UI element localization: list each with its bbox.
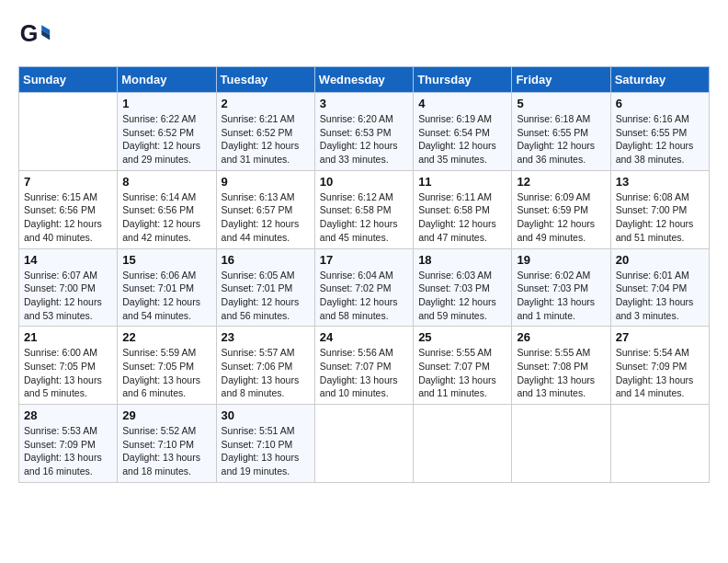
weekday-header-wednesday: Wednesday: [314, 67, 413, 93]
day-info: Sunrise: 5:59 AM Sunset: 7:05 PM Dayligh…: [122, 346, 210, 400]
calendar-cell: 8Sunrise: 6:14 AM Sunset: 6:56 PM Daylig…: [118, 170, 216, 248]
day-info: Sunrise: 6:13 AM Sunset: 6:57 PM Dayligh…: [222, 190, 310, 245]
calendar-cell: 27Sunrise: 5:54 AM Sunset: 7:09 PM Dayli…: [610, 327, 709, 405]
calendar-cell: 7Sunrise: 6:15 AM Sunset: 6:56 PM Daylig…: [19, 170, 118, 248]
calendar-cell: 30Sunrise: 5:51 AM Sunset: 7:10 PM Dayli…: [216, 405, 314, 483]
logo-icon: G: [18, 18, 51, 52]
calendar-cell: 16Sunrise: 6:05 AM Sunset: 7:01 PM Dayli…: [216, 248, 314, 327]
day-number: 15: [122, 253, 210, 267]
day-info: Sunrise: 6:04 AM Sunset: 7:02 PM Dayligh…: [320, 269, 408, 323]
calendar-cell: 12Sunrise: 6:09 AM Sunset: 6:59 PM Dayli…: [512, 170, 610, 248]
day-info: Sunrise: 6:07 AM Sunset: 7:00 PM Dayligh…: [24, 269, 112, 323]
day-info: Sunrise: 6:14 AM Sunset: 6:56 PM Dayligh…: [122, 190, 210, 245]
calendar-cell: 14Sunrise: 6:07 AM Sunset: 7:00 PM Dayli…: [19, 248, 118, 327]
header-row: SundayMondayTuesdayWednesdayThursdayFrid…: [19, 67, 710, 93]
weekday-header-tuesday: Tuesday: [216, 67, 314, 93]
day-info: Sunrise: 6:01 AM Sunset: 7:04 PM Dayligh…: [616, 269, 704, 323]
calendar-cell: 10Sunrise: 6:12 AM Sunset: 6:58 PM Dayli…: [314, 170, 413, 248]
calendar-cell: 4Sunrise: 6:19 AM Sunset: 6:54 PM Daylig…: [414, 93, 512, 171]
day-info: Sunrise: 5:55 AM Sunset: 7:07 PM Dayligh…: [418, 346, 506, 400]
day-number: 21: [24, 330, 112, 344]
day-number: 30: [222, 408, 310, 422]
day-number: 16: [222, 253, 310, 267]
calendar-cell: 15Sunrise: 6:06 AM Sunset: 7:01 PM Dayli…: [118, 248, 216, 327]
calendar-cell: 26Sunrise: 5:55 AM Sunset: 7:08 PM Dayli…: [512, 327, 610, 405]
calendar-cell: 1Sunrise: 6:22 AM Sunset: 6:52 PM Daylig…: [118, 93, 216, 171]
weekday-header-thursday: Thursday: [414, 67, 512, 93]
day-info: Sunrise: 6:16 AM Sunset: 6:55 PM Dayligh…: [616, 112, 704, 167]
calendar-table: SundayMondayTuesdayWednesdayThursdayFrid…: [18, 66, 710, 483]
calendar-body: 1Sunrise: 6:22 AM Sunset: 6:52 PM Daylig…: [19, 93, 710, 483]
calendar-cell: [610, 405, 709, 483]
day-info: Sunrise: 6:12 AM Sunset: 6:58 PM Dayligh…: [320, 190, 408, 245]
calendar-cell: 6Sunrise: 6:16 AM Sunset: 6:55 PM Daylig…: [610, 93, 709, 171]
day-info: Sunrise: 5:55 AM Sunset: 7:08 PM Dayligh…: [517, 346, 605, 400]
calendar-cell: 23Sunrise: 5:57 AM Sunset: 7:06 PM Dayli…: [216, 327, 314, 405]
day-number: 8: [122, 175, 210, 189]
calendar-cell: 22Sunrise: 5:59 AM Sunset: 7:05 PM Dayli…: [118, 327, 216, 405]
day-number: 5: [517, 97, 605, 110]
day-info: Sunrise: 6:03 AM Sunset: 7:03 PM Dayligh…: [418, 269, 506, 323]
day-info: Sunrise: 6:00 AM Sunset: 7:05 PM Dayligh…: [24, 346, 112, 400]
week-row-3: 14Sunrise: 6:07 AM Sunset: 7:00 PM Dayli…: [19, 248, 710, 327]
day-info: Sunrise: 5:57 AM Sunset: 7:06 PM Dayligh…: [222, 346, 310, 400]
day-number: 25: [418, 330, 506, 344]
calendar-cell: [314, 405, 413, 483]
calendar-cell: 13Sunrise: 6:08 AM Sunset: 7:00 PM Dayli…: [610, 170, 709, 248]
weekday-header-sunday: Sunday: [19, 67, 118, 93]
day-number: 4: [418, 97, 506, 110]
day-info: Sunrise: 6:08 AM Sunset: 7:00 PM Dayligh…: [616, 190, 704, 245]
day-number: 27: [616, 330, 704, 344]
calendar-cell: 2Sunrise: 6:21 AM Sunset: 6:52 PM Daylig…: [216, 93, 314, 171]
week-row-2: 7Sunrise: 6:15 AM Sunset: 6:56 PM Daylig…: [19, 170, 710, 248]
day-number: 20: [616, 253, 704, 267]
day-info: Sunrise: 6:11 AM Sunset: 6:58 PM Dayligh…: [418, 190, 506, 245]
day-number: 13: [616, 175, 704, 189]
day-number: 14: [24, 253, 112, 267]
day-info: Sunrise: 6:22 AM Sunset: 6:52 PM Dayligh…: [122, 112, 210, 167]
day-info: Sunrise: 6:02 AM Sunset: 7:03 PM Dayligh…: [517, 269, 605, 323]
calendar-cell: 11Sunrise: 6:11 AM Sunset: 6:58 PM Dayli…: [414, 170, 512, 248]
day-number: 2: [222, 97, 310, 110]
day-number: 17: [320, 253, 408, 267]
day-number: 9: [222, 175, 310, 189]
weekday-header-friday: Friday: [512, 67, 610, 93]
day-info: Sunrise: 6:15 AM Sunset: 6:56 PM Dayligh…: [24, 190, 112, 245]
day-info: Sunrise: 6:06 AM Sunset: 7:01 PM Dayligh…: [122, 269, 210, 323]
calendar-cell: 9Sunrise: 6:13 AM Sunset: 6:57 PM Daylig…: [216, 170, 314, 248]
week-row-5: 28Sunrise: 5:53 AM Sunset: 7:09 PM Dayli…: [19, 405, 710, 483]
day-info: Sunrise: 6:09 AM Sunset: 6:59 PM Dayligh…: [517, 190, 605, 245]
week-row-1: 1Sunrise: 6:22 AM Sunset: 6:52 PM Daylig…: [19, 93, 710, 171]
calendar-cell: 3Sunrise: 6:20 AM Sunset: 6:53 PM Daylig…: [314, 93, 413, 171]
day-info: Sunrise: 6:20 AM Sunset: 6:53 PM Dayligh…: [320, 112, 408, 167]
week-row-4: 21Sunrise: 6:00 AM Sunset: 7:05 PM Dayli…: [19, 327, 710, 405]
calendar-cell: 25Sunrise: 5:55 AM Sunset: 7:07 PM Dayli…: [414, 327, 512, 405]
day-info: Sunrise: 6:18 AM Sunset: 6:55 PM Dayligh…: [517, 112, 605, 167]
day-info: Sunrise: 5:53 AM Sunset: 7:09 PM Dayligh…: [24, 424, 112, 478]
calendar-cell: 24Sunrise: 5:56 AM Sunset: 7:07 PM Dayli…: [314, 327, 413, 405]
day-number: 6: [616, 97, 704, 110]
calendar-cell: 21Sunrise: 6:00 AM Sunset: 7:05 PM Dayli…: [19, 327, 118, 405]
calendar-header: SundayMondayTuesdayWednesdayThursdayFrid…: [19, 67, 710, 93]
day-number: 12: [517, 175, 605, 189]
calendar-cell: 28Sunrise: 5:53 AM Sunset: 7:09 PM Dayli…: [19, 405, 118, 483]
svg-text:G: G: [20, 20, 39, 46]
logo: G: [18, 18, 55, 52]
day-number: 11: [418, 175, 506, 189]
day-number: 7: [24, 175, 112, 189]
calendar-cell: 5Sunrise: 6:18 AM Sunset: 6:55 PM Daylig…: [512, 93, 610, 171]
page-header: G: [18, 18, 710, 52]
day-number: 23: [222, 330, 310, 344]
day-number: 19: [517, 253, 605, 267]
day-info: Sunrise: 5:56 AM Sunset: 7:07 PM Dayligh…: [320, 346, 408, 400]
day-number: 26: [517, 330, 605, 344]
calendar-cell: 29Sunrise: 5:52 AM Sunset: 7:10 PM Dayli…: [118, 405, 216, 483]
day-info: Sunrise: 6:21 AM Sunset: 6:52 PM Dayligh…: [222, 112, 310, 167]
day-number: 28: [24, 408, 112, 422]
calendar-cell: 18Sunrise: 6:03 AM Sunset: 7:03 PM Dayli…: [414, 248, 512, 327]
day-number: 3: [320, 97, 408, 110]
day-info: Sunrise: 6:19 AM Sunset: 6:54 PM Dayligh…: [418, 112, 506, 167]
day-number: 18: [418, 253, 506, 267]
calendar-cell: [19, 93, 118, 171]
day-number: 22: [122, 330, 210, 344]
